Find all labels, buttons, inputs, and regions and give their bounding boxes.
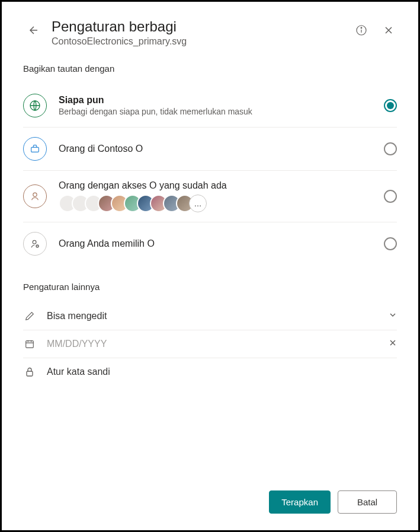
- dialog-header: Pengaturan berbagi ContosoElectronics_pr…: [23, 18, 397, 47]
- option-title: Orang di Contoso O: [59, 144, 372, 154]
- svg-point-6: [33, 240, 36, 244]
- cancel-button[interactable]: Batal: [338, 490, 397, 514]
- radio-anyone[interactable]: [384, 99, 397, 112]
- more-settings-label: Pengaturan lainnya: [23, 282, 397, 292]
- svg-point-5: [33, 193, 37, 196]
- header-actions: [353, 22, 397, 39]
- option-title: Siapa pun: [59, 95, 372, 106]
- close-icon: [384, 26, 393, 35]
- radio-specific[interactable]: [384, 237, 397, 250]
- avatar-overflow[interactable]: …: [189, 195, 207, 212]
- radio-org[interactable]: [384, 142, 397, 155]
- clear-date-button[interactable]: [389, 339, 397, 349]
- option-body: Orang di Contoso O: [59, 144, 372, 154]
- close-icon: [389, 339, 397, 347]
- info-button[interactable]: [353, 22, 370, 39]
- svg-rect-8: [26, 341, 34, 348]
- existing-access-avatars: …: [59, 195, 372, 212]
- close-button[interactable]: [380, 22, 397, 39]
- chevron-down-icon: [389, 311, 397, 321]
- password-placeholder: Atur kata sandi: [47, 367, 397, 377]
- option-body: Orang dengan akses O yang sudah ada …: [59, 180, 372, 212]
- lock-icon: [23, 367, 36, 377]
- option-desc: Berbagi dengan siapa pun, tidak memerluk…: [59, 107, 372, 116]
- radio-existing[interactable]: [384, 190, 397, 203]
- option-title: Orang Anda memilih O: [59, 238, 372, 249]
- svg-rect-4: [31, 147, 39, 152]
- option-specific[interactable]: Orang Anda memilih O: [23, 222, 397, 265]
- expiry-row[interactable]: MM/DD/YYYY: [23, 330, 397, 358]
- arrow-left-icon: [27, 24, 39, 36]
- file-name: ContosoElectronics_primary.svg: [52, 36, 344, 47]
- info-icon: [355, 24, 367, 36]
- share-settings-dialog: Pengaturan berbagi ContosoElectronics_pr…: [0, 0, 420, 532]
- option-body: Orang Anda memilih O: [59, 238, 372, 249]
- permission-row[interactable]: Bisa mengedit: [23, 302, 397, 330]
- more-settings: Pengaturan lainnya Bisa mengedit MM/DD/Y…: [23, 282, 397, 386]
- svg-rect-9: [27, 371, 33, 376]
- globe-icon: [23, 94, 47, 117]
- apply-button[interactable]: Terapkan: [269, 490, 331, 514]
- pencil-icon: [23, 311, 36, 321]
- option-body: Siapa pun Berbagi dengan siapa pun, tida…: [59, 95, 372, 116]
- back-button[interactable]: [23, 21, 42, 40]
- dialog-title: Pengaturan berbagi: [52, 18, 344, 35]
- dialog-footer: Terapkan Batal: [23, 479, 397, 514]
- person-icon: [23, 184, 47, 208]
- option-title: Orang dengan akses O yang sudah ada: [59, 180, 372, 191]
- person-add-icon: [23, 232, 47, 256]
- option-anyone[interactable]: Siapa pun Berbagi dengan siapa pun, tida…: [23, 84, 397, 128]
- password-row[interactable]: Atur kata sandi: [23, 358, 397, 386]
- svg-point-2: [361, 27, 362, 28]
- share-with-label: Bagikan tautan dengan: [23, 63, 397, 74]
- option-org[interactable]: Orang di Contoso O: [23, 128, 397, 171]
- briefcase-icon: [23, 137, 47, 161]
- permission-text: Bisa mengedit: [47, 311, 378, 321]
- option-existing-access[interactable]: Orang dengan akses O yang sudah ada …: [23, 171, 397, 222]
- calendar-icon: [23, 339, 36, 349]
- expiry-placeholder: MM/DD/YYYY: [47, 339, 378, 349]
- title-block: Pengaturan berbagi ContosoElectronics_pr…: [52, 18, 344, 47]
